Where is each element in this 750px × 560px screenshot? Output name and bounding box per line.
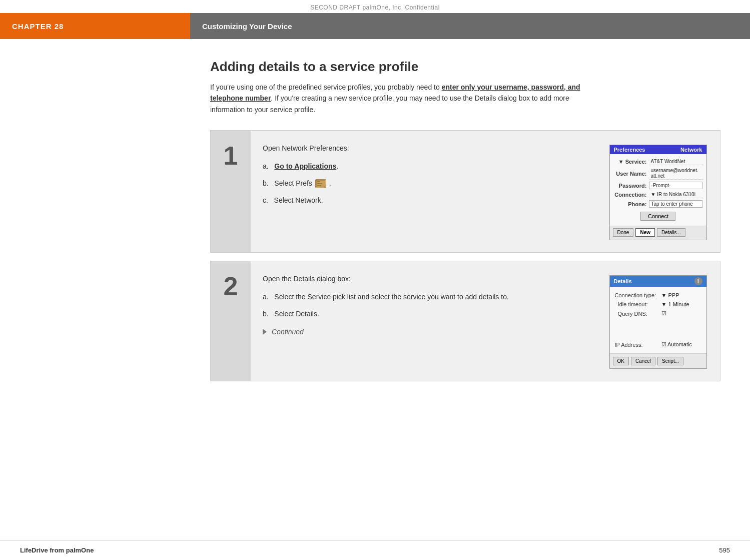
service-value: AT&T WorldNet (649, 158, 702, 165)
step-2-image: Details i Connection type: ▼ PPP Idle ti… (608, 273, 708, 369)
svg-rect-1 (317, 181, 320, 182)
continued-text: Continued (272, 326, 304, 338)
connection-label: Connection: (614, 192, 649, 198)
idle-timeout-label: Idle timeout: (615, 301, 660, 307)
continue-arrow-icon (263, 329, 267, 335)
footer: LifeDrive from palmOne 595 (0, 540, 750, 560)
watermark: SECOND DRAFT palmOne, Inc. Confidential (0, 0, 750, 13)
service-label: ▼ Service: (614, 159, 649, 165)
step-1-main-label: Open Network Preferences: (263, 143, 596, 155)
phone-label: Phone: (614, 201, 649, 207)
preferences-screen-body: ▼ Service: AT&T WorldNet User Name: user… (610, 154, 706, 226)
step-2a: a. Select the Service pick list and sele… (263, 291, 596, 303)
phone-value: Tap to enter phone (649, 200, 702, 208)
header-bar: CHAPTER 28 Customizing Your Device (0, 13, 750, 39)
step-2a-letter: a. (263, 293, 272, 301)
main-content: Adding details to a service profile If y… (190, 39, 740, 409)
idle-timeout-row: Idle timeout: ▼ 1 Minute (615, 300, 701, 309)
step-1-content: Open Network Preferences: a. Go to Appli… (251, 131, 720, 252)
step-1a-letter: a. (263, 162, 272, 170)
password-value: -Prompt- (649, 182, 702, 189)
connection-type-row: Connection type: ▼ PPP (615, 291, 701, 300)
username-row: User Name: username@worldnet.att.net (614, 166, 702, 181)
details-dialog-screen: Details i Connection type: ▼ PPP Idle ti… (609, 275, 707, 369)
section-intro: If you're using one of the predefined se… (210, 82, 590, 115)
ok-button[interactable]: OK (613, 357, 629, 365)
prefs-title-left: Preferences (614, 147, 645, 153)
connection-type-value: ▼ PPP (660, 292, 679, 298)
connect-button[interactable]: Connect (640, 212, 675, 221)
step-2-box: 2 Open the Details dialog box: a. Select… (210, 261, 720, 381)
username-value: username@worldnet.att.net (649, 167, 702, 180)
step-2b-text: Select Details. (274, 310, 319, 318)
info-icon: i (694, 277, 702, 285)
svg-rect-2 (317, 183, 322, 184)
idle-timeout-value: ▼ 1 Minute (660, 301, 689, 307)
step-1c-text: Select Network. (274, 196, 323, 204)
step-1a-text: Go to Applications (274, 162, 336, 170)
section-title: Adding details to a service profile (210, 59, 720, 75)
step-1c: c. Select Network. (263, 195, 596, 207)
username-label: User Name: (614, 171, 649, 177)
connection-type-label: Connection type: (615, 292, 660, 298)
step-1b: b. Select Prefs . (263, 178, 596, 190)
details-title: Details (614, 278, 632, 284)
preferences-screen: Preferences Network ▼ Service: AT&T Worl… (609, 145, 707, 240)
service-row: ▼ Service: AT&T WorldNet (614, 157, 702, 166)
step-2-number: 2 (211, 261, 251, 381)
query-dns-label: Query DNS: (615, 311, 660, 317)
phone-row: Phone: Tap to enter phone (614, 199, 702, 209)
cancel-button[interactable]: Cancel (631, 357, 655, 365)
preferences-title-bar: Preferences Network (610, 145, 706, 154)
step-1c-letter: c. (263, 196, 272, 204)
details-title-bar: Details i (610, 276, 706, 287)
prefs-title-right: Network (680, 147, 702, 153)
footer-left: LifeDrive from palmOne (20, 546, 94, 554)
connection-row: Connection: ▼ IR to Nokia 6310i (614, 190, 702, 199)
password-label: Password: (614, 183, 649, 189)
step-1a: a. Go to Applications. (263, 161, 596, 173)
query-dns-value: ☑ (660, 310, 666, 317)
step-2b-letter: b. (263, 310, 272, 318)
prefs-icon (315, 179, 326, 188)
step-1-image: Preferences Network ▼ Service: AT&T Worl… (608, 143, 708, 240)
new-button[interactable]: New (635, 228, 655, 237)
svg-rect-3 (317, 185, 321, 186)
connection-value: ▼ IR to Nokia 6310i (649, 191, 702, 198)
chapter-label: CHAPTER 28 (0, 13, 190, 39)
footer-right: 595 (719, 546, 730, 554)
details-button[interactable]: Details... (657, 228, 685, 237)
ip-address-value: ☑ Automatic (660, 341, 692, 348)
query-dns-row: Query DNS: ☑ (615, 309, 701, 318)
script-button[interactable]: Script... (657, 357, 683, 365)
password-row: Password: -Prompt- (614, 181, 702, 190)
step-1-number: 1 (211, 131, 251, 252)
step-2-content: Open the Details dialog box: a. Select t… (251, 261, 720, 381)
continued-indicator: Continued (263, 326, 596, 338)
details-bottom-buttons: OK Cancel Script... (610, 353, 706, 368)
step-2a-text: Select the Service pick list and select … (274, 293, 508, 301)
step-1b-letter: b. (263, 179, 272, 187)
step-2-main-label: Open the Details dialog box: (263, 273, 596, 285)
step-1-instructions: Open Network Preferences: a. Go to Appli… (263, 143, 596, 240)
step-1-box: 1 Open Network Preferences: a. Go to App… (210, 130, 720, 253)
step-2b: b. Select Details. (263, 308, 596, 320)
ip-address-label: IP Address: (615, 342, 660, 348)
step-1b-text: Select Prefs (274, 179, 314, 187)
ip-address-row: IP Address: ☑ Automatic (615, 338, 701, 349)
chapter-title: Customizing Your Device (190, 13, 750, 39)
details-screen-body: Connection type: ▼ PPP Idle timeout: ▼ 1… (610, 287, 706, 353)
preferences-bottom-buttons: Done New Details... (610, 226, 706, 240)
done-button[interactable]: Done (613, 228, 634, 237)
step-2-instructions: Open the Details dialog box: a. Select t… (263, 273, 596, 369)
